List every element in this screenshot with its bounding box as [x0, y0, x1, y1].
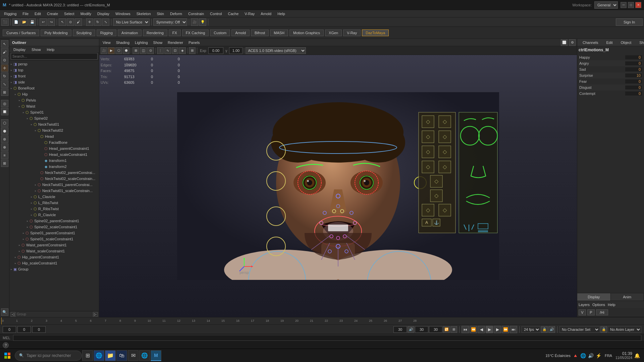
- tree-item-6[interactable]: ▸⬡Pelvis: [9, 97, 99, 103]
- shelf-animation[interactable]: Animation: [118, 29, 142, 36]
- tree-item-15[interactable]: ⬡Head_scaleConstraint1: [9, 152, 99, 158]
- toolbar-scale[interactable]: ⤡: [102, 18, 109, 26]
- tree-item-0[interactable]: ▸◨persp: [9, 61, 99, 67]
- channel-disgust-value[interactable]: 0: [625, 85, 642, 89]
- go-to-start-btn[interactable]: ⏮: [462, 326, 469, 333]
- fps-select[interactable]: 24 fps: [522, 326, 540, 333]
- mel-input[interactable]: [13, 335, 641, 341]
- playback-end3-input[interactable]: [429, 326, 442, 333]
- taskbar-taskview-btn[interactable]: ⊞: [82, 350, 93, 361]
- vp-object-mode-btn[interactable]: ◫: [140, 47, 147, 54]
- tree-item-2[interactable]: ▸◨front: [9, 73, 99, 79]
- tray-language[interactable]: FRA: [603, 354, 613, 358]
- channel-angry[interactable]: Angry 0: [579, 60, 643, 66]
- layers-menu[interactable]: Layers: [579, 303, 590, 307]
- shelf-polymodeling[interactable]: Poly Modeling: [41, 29, 71, 36]
- shelf-xgen[interactable]: XGen: [325, 29, 342, 36]
- viewport-panels-menu[interactable]: Panels: [186, 40, 202, 45]
- outliner-display-menu[interactable]: Display: [11, 47, 28, 52]
- playback-snap-btn[interactable]: ⊞: [450, 326, 457, 333]
- channel-fear-value[interactable]: 0: [625, 79, 642, 83]
- vp-snap-grid[interactable]: ⋮: [157, 47, 164, 54]
- tree-item-8[interactable]: ▸⬡Spine01: [9, 109, 99, 115]
- custom-tool-4[interactable]: ⊕: [1, 143, 8, 151]
- channel-happy-value[interactable]: 0: [625, 55, 642, 59]
- snap-tool[interactable]: 🔲: [1, 108, 8, 115]
- tree-item-4[interactable]: ▸⬡BoneRoot: [9, 85, 99, 91]
- tree-item-9[interactable]: ▸⬡Spine02: [9, 115, 99, 121]
- tree-item-20[interactable]: ▸⬡NeckTwist01_parentConstrai...: [9, 182, 99, 188]
- soft-select-tool[interactable]: ◎: [1, 100, 8, 107]
- menu-display[interactable]: Display: [95, 11, 112, 16]
- menu-skeleton[interactable]: Skeleton: [134, 11, 154, 16]
- menu-skin[interactable]: Skin: [154, 11, 167, 16]
- anim-layer-select[interactable]: No Anim Layer: [608, 326, 641, 333]
- custom-tool-6[interactable]: ⊞: [1, 160, 8, 167]
- playback-end1-input[interactable]: [393, 326, 407, 333]
- shelf-custom[interactable]: Custom: [210, 29, 230, 36]
- channel-surprise-value[interactable]: 10: [625, 73, 642, 77]
- tray-icon-4[interactable]: ⚡: [596, 353, 601, 358]
- tray-notif[interactable]: 🔔: [634, 353, 640, 358]
- vp-snap-view[interactable]: ◈: [179, 47, 186, 54]
- playback-type-btn[interactable]: 🔁: [443, 326, 450, 333]
- play-forward-btn[interactable]: ▶: [486, 326, 493, 333]
- toolbar-undo[interactable]: ↩: [40, 18, 47, 26]
- search-input[interactable]: [11, 53, 98, 60]
- audio-btn[interactable]: 🔊: [408, 326, 414, 333]
- menu-arnold[interactable]: Arnold: [258, 11, 274, 16]
- shelf-arnold[interactable]: Arnold: [231, 29, 250, 36]
- menu-cache[interactable]: Cache: [225, 11, 241, 16]
- outliner-scroll-right[interactable]: ▷: [93, 312, 98, 317]
- menu-edit[interactable]: Edit: [32, 11, 44, 16]
- vp-snap-point[interactable]: ⊡: [172, 47, 178, 54]
- tree-item-14[interactable]: ⬡Head_parentConstraint1: [9, 145, 99, 152]
- close-button[interactable]: ✕: [635, 2, 641, 8]
- shelf-sculpting[interactable]: Sculpting: [73, 29, 95, 36]
- menu-modify[interactable]: Modify: [78, 11, 94, 16]
- rotate-tool[interactable]: ↻: [1, 72, 8, 80]
- hi-btn[interactable]: /Hi: [596, 309, 608, 315]
- vp-select-mask[interactable]: ⊙: [147, 47, 154, 54]
- paint-tool[interactable]: 🖌: [1, 48, 8, 56]
- symmetry-dropdown[interactable]: Symmetry: Off: [153, 18, 187, 26]
- toolbar-paint[interactable]: 🖌: [75, 18, 82, 26]
- vp-render-btn[interactable]: ▶: [108, 47, 115, 54]
- tree-item-24[interactable]: ▸⬡R_RibsTwist: [9, 206, 99, 212]
- timeline-area[interactable]: 0 1 2 3 4 5 6 7 8 9 10 11 12 13 14 15 16…: [0, 317, 644, 324]
- char-set-lock[interactable]: 🔒: [600, 326, 607, 333]
- taskbar-explorer-btn[interactable]: 📁: [105, 350, 116, 361]
- menu-rigging[interactable]: Rigging: [1, 11, 19, 16]
- toolbar-mode-select[interactable]: ⬛: [1, 18, 9, 26]
- channels-menu[interactable]: Channels: [580, 40, 601, 45]
- tree-item-7[interactable]: ▸⬡Waist: [9, 103, 99, 109]
- channel-surprise[interactable]: Surprise 10: [579, 72, 643, 78]
- gamma-field[interactable]: [229, 47, 243, 54]
- help-btn[interactable]: ?: [3, 342, 9, 348]
- shelf-bifrost[interactable]: Bifrost: [251, 29, 269, 36]
- tree-item-22[interactable]: ▸⬡L_Clavicle: [9, 194, 99, 200]
- channel-happy[interactable]: Happy 0: [579, 54, 643, 60]
- shelf-fx[interactable]: FX: [169, 29, 181, 36]
- frame-value-input[interactable]: [32, 326, 46, 333]
- vp-snap-curve[interactable]: ∿: [164, 47, 171, 54]
- shelf-rigging[interactable]: Rigging: [97, 29, 116, 36]
- toolbar-save[interactable]: 💾: [29, 18, 36, 26]
- taskbar-maya-btn[interactable]: M: [151, 350, 161, 361]
- channel-contempt-value[interactable]: 0: [625, 92, 642, 96]
- show-menu[interactable]: Show: [637, 40, 644, 45]
- outliner-show-menu[interactable]: Show: [29, 47, 44, 52]
- toolbar-rotate[interactable]: ↻: [94, 18, 101, 26]
- fps-lock-btn[interactable]: 🔒: [541, 326, 548, 333]
- channel-sad[interactable]: Sad 0: [579, 66, 643, 72]
- toolbar-lasso[interactable]: ⊙: [67, 18, 74, 26]
- channel-angry-value[interactable]: 0: [625, 61, 642, 65]
- tree-item-28[interactable]: ▸⬡Spine01_parentConstraint1: [9, 230, 99, 236]
- menu-create[interactable]: Create: [44, 11, 61, 16]
- toolbar-move[interactable]: ✛: [86, 18, 93, 26]
- tray-icon-2[interactable]: 🌐: [580, 353, 586, 358]
- frame-start-input[interactable]: [3, 326, 16, 333]
- shelf-fxcaching[interactable]: FX Caching: [182, 29, 209, 36]
- vp-cam-btn[interactable]: 🎥: [101, 47, 107, 54]
- object-menu[interactable]: Object: [618, 40, 634, 45]
